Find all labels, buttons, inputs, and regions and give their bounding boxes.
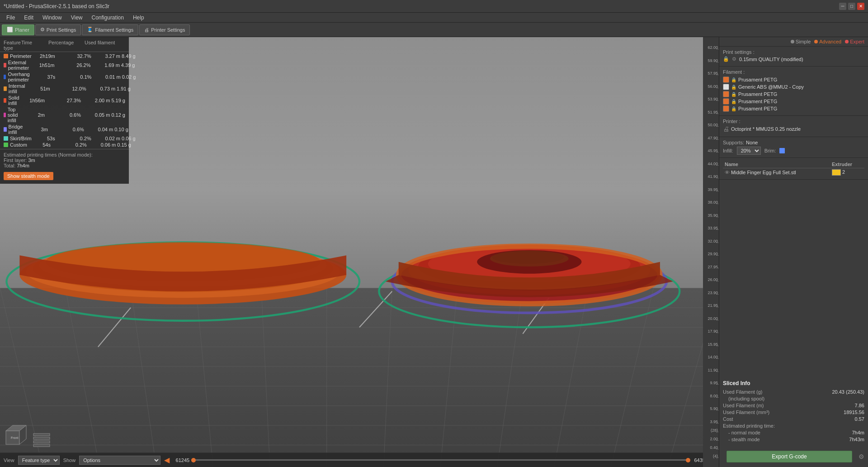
print-settings-label: Print settings : [723,49,755,55]
menu-help[interactable]: Help [128,14,149,22]
feature-filament: 1.69 m 4.39 g [94,62,135,68]
view-select[interactable]: Feature type [18,456,60,465]
feature-name-text: Overhang perimeter [8,71,32,82]
show-select[interactable]: Options [79,456,160,465]
viewport-area: Feature type Time Percentage Used filame… [0,37,719,467]
ruler-tick [716,423,719,424]
nav-cube[interactable]: Front [4,422,31,449]
ruler-tick [716,62,719,62]
tab-planer-label: Planer [15,27,29,33]
close-button[interactable]: ✕ [857,3,864,10]
export-gcode-button[interactable]: Export G-code [726,451,852,462]
stats-rows: Perimeter 2h19m 32.7% 3.27 m 8.49 g Exte… [0,53,129,148]
total-val: 7h4m [17,163,29,168]
header-time: Time [21,40,48,51]
ruler-tick [716,255,719,256]
printer-label: Printer : [723,119,741,124]
menu-file[interactable]: File [2,14,19,22]
slider-track[interactable] [191,459,688,461]
feature-name: Perimeter [4,53,32,59]
tab-filament-settings[interactable]: 🧵 Filament Settings [82,24,138,35]
header-feature-type: Feature type [4,40,21,51]
view-label: View [4,457,14,463]
feature-color-swatch [4,63,6,67]
feature-name: Custom [4,142,27,148]
maximize-button[interactable]: □ [848,3,855,10]
stealth-mode-button[interactable]: Show stealth mode [4,172,53,180]
col-name: Name [723,161,830,168]
stats-row: External perimeter 1h51m 26.2% 1.69 m 4.… [0,59,129,71]
sliced-val: 7h4m [852,430,864,435]
sliced-info-row: Cost 0.57 [723,416,864,422]
feature-color-swatch [4,136,8,141]
filament-color-box [723,84,729,90]
visibility-icon[interactable]: 👁 [725,170,730,175]
layers-view-button[interactable] [33,431,51,449]
feature-name-text: Custom [10,142,27,148]
simple-mode-label: Simple [796,39,811,44]
supports-infill-section: Supports: None Infill: 20% Brim: [719,137,868,158]
infill-select[interactable]: 20% [737,147,761,155]
slider-thumb-left[interactable] [191,458,196,462]
stats-row: Perimeter 2h19m 32.7% 3.27 m 8.49 g [0,53,129,59]
ruler-tick [716,49,719,49]
printer-section: Printer : 🖨 Octoprint * MMU2S 0.25 nozzl… [719,116,868,137]
object-name: 👁 Middle Finger Egg Full Set.stl [723,168,830,177]
feature-pct: 26.2% [58,62,94,68]
ruler-tick [716,410,719,410]
ruler-tick [716,152,719,152]
ruler-tick [716,268,719,268]
feature-filament: 0.01 m 0.02 g [95,74,136,80]
filament-item: 🔒 Generic ABS @MMU2 - Copy [723,84,864,90]
sliced-key: (including spool) [728,396,764,401]
total-label: Total: [4,163,17,168]
minimize-button[interactable]: ─ [839,3,846,10]
ruler-tick [716,397,719,398]
feature-pct: 0.1% [59,74,95,80]
menu-configuration[interactable]: Configuration [87,14,128,22]
slider-left-arrow[interactable]: ◀ [164,456,170,464]
filament-lock-icon: 🔒 [731,85,736,90]
sliced-key: Cost [723,416,733,422]
right-panel: Simple Advanced Expert Print settings : … [719,37,868,467]
stats-row: Custom 54s 0.2% 0.06 m 0.15 g [0,142,129,148]
slider-thumb-right[interactable] [686,458,690,462]
menu-view[interactable]: View [66,14,87,22]
filament-color-box [723,91,729,97]
stats-row: Internal infill 51m 12.0% 0.73 m 1.91 g [0,83,129,95]
feature-pct: 27.3% [48,98,85,103]
ruler-tick [716,294,719,295]
print-profile-value: 0.15mm QUALITY (modified) [739,57,803,62]
feature-name: Solid infill [4,95,21,106]
feature-time: 54s [27,142,54,148]
filament-item: 🔒 Prusament PETG [723,105,864,112]
printer-settings-icon: 🖨 [144,27,149,33]
tab-planer[interactable]: ⬜ Planer [2,24,34,35]
ruler-tick [716,178,719,178]
menu-window[interactable]: Window [38,14,66,22]
tab-printer-settings[interactable]: 🖨 Printer Settings [139,24,190,35]
ruler-tick [716,75,719,75]
header-percentage: Percentage [48,40,85,51]
window-title: *Untitled - PrusaSlicer-2.5.1 based on S… [4,3,109,10]
sliced-info-row: Estimated printing time: [723,423,864,429]
ruler-tick [716,204,719,204]
feature-color-swatch [4,86,7,91]
supports-label: Supports: [723,140,744,145]
sliced-val: 18915.56 [844,410,864,415]
feature-name-text: Perimeter [10,53,32,59]
ruler-tick [716,281,719,281]
menu-edit[interactable]: Edit [19,14,38,22]
feature-pct: 0.6% [52,127,88,132]
printer-value: Octoprint * MMU2S 0.25 nozzle [731,126,801,132]
expert-mode-label: Expert [850,39,864,44]
ruler: 62.0059.9057.9556.0053.9051.9550.0047.90… [703,37,719,467]
brim-checkbox[interactable] [779,148,785,153]
svg-text:Front: Front [11,436,18,439]
sliced-info-title: Sliced Info [723,380,864,386]
feature-color-swatch [4,113,6,117]
feature-name: Bridge infill [4,124,24,135]
svg-rect-51 [33,437,50,439]
export-gear-icon[interactable]: ⚙ [859,453,864,460]
tab-print-settings[interactable]: ⚙ Print Settings [35,24,81,35]
